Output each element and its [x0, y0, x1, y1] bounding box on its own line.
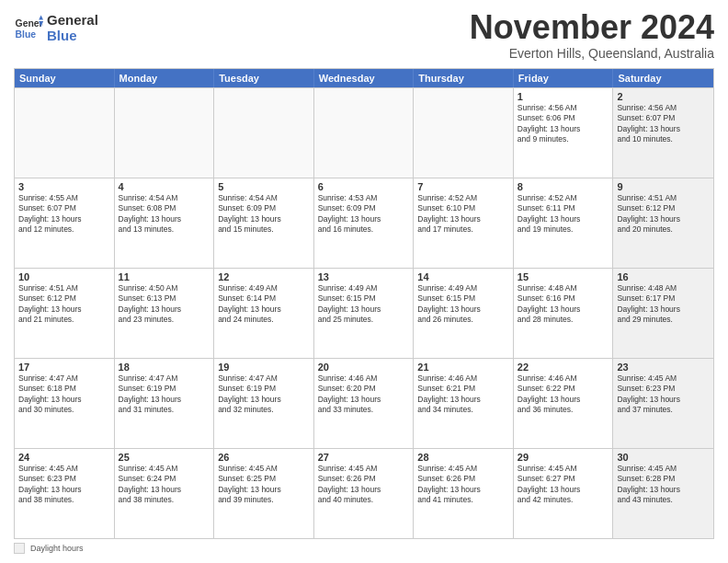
- cal-cell: 5Sunrise: 4:54 AM Sunset: 6:09 PM Daylig…: [214, 178, 314, 268]
- day-number: 26: [218, 452, 310, 463]
- cal-cell: [15, 88, 115, 178]
- svg-text:General: General: [16, 18, 43, 29]
- day-info: Sunrise: 4:52 AM Sunset: 6:10 PM Dayligh…: [417, 193, 509, 236]
- day-info: Sunrise: 4:45 AM Sunset: 6:24 PM Dayligh…: [119, 464, 210, 506]
- day-info: Sunrise: 4:51 AM Sunset: 6:12 PM Dayligh…: [18, 283, 110, 326]
- day-number: 17: [18, 362, 110, 373]
- day-number: 25: [119, 452, 210, 463]
- day-number: 18: [119, 362, 210, 373]
- day-info: Sunrise: 4:48 AM Sunset: 6:17 PM Dayligh…: [617, 283, 710, 326]
- day-number: 12: [218, 271, 310, 282]
- day-info: Sunrise: 4:47 AM Sunset: 6:18 PM Dayligh…: [18, 373, 110, 416]
- day-number: 27: [318, 452, 410, 463]
- day-info: Sunrise: 4:51 AM Sunset: 6:12 PM Dayligh…: [617, 193, 710, 236]
- day-number: 16: [617, 271, 710, 282]
- day-number: 1: [518, 91, 609, 102]
- cal-cell: 21Sunrise: 4:46 AM Sunset: 6:21 PM Dayli…: [414, 359, 514, 448]
- day-number: 7: [417, 181, 509, 192]
- header-cell-sunday: Sunday: [15, 69, 115, 87]
- day-number: 30: [617, 452, 710, 463]
- cal-cell: 12Sunrise: 4:49 AM Sunset: 6:14 PM Dayli…: [214, 269, 314, 358]
- day-info: Sunrise: 4:47 AM Sunset: 6:19 PM Dayligh…: [218, 373, 310, 416]
- day-info: Sunrise: 4:49 AM Sunset: 6:15 PM Dayligh…: [318, 283, 410, 326]
- day-number: 21: [417, 362, 509, 373]
- day-info: Sunrise: 4:45 AM Sunset: 6:23 PM Dayligh…: [617, 373, 710, 416]
- cal-cell: 20Sunrise: 4:46 AM Sunset: 6:20 PM Dayli…: [314, 359, 415, 448]
- cal-cell: 6Sunrise: 4:53 AM Sunset: 6:09 PM Daylig…: [314, 178, 415, 268]
- subtitle: Everton Hills, Queensland, Australia: [470, 46, 714, 61]
- legend: Daylight hours: [14, 543, 714, 554]
- week-row-2: 3Sunrise: 4:55 AM Sunset: 6:07 PM Daylig…: [15, 178, 713, 268]
- day-number: 24: [18, 452, 110, 463]
- day-number: 11: [119, 271, 210, 282]
- day-number: 2: [617, 91, 710, 102]
- day-info: Sunrise: 4:49 AM Sunset: 6:14 PM Dayligh…: [218, 283, 310, 326]
- header-cell-monday: Monday: [115, 69, 215, 87]
- cal-cell: [115, 88, 215, 178]
- logo-line1: General: [47, 13, 98, 29]
- cal-cell: 7Sunrise: 4:52 AM Sunset: 6:10 PM Daylig…: [414, 178, 514, 268]
- day-info: Sunrise: 4:54 AM Sunset: 6:08 PM Dayligh…: [119, 193, 210, 236]
- day-number: 13: [318, 271, 410, 282]
- cal-cell: 29Sunrise: 4:45 AM Sunset: 6:27 PM Dayli…: [514, 449, 614, 538]
- svg-text:Blue: Blue: [16, 29, 37, 39]
- logo-line2: Blue: [47, 29, 98, 44]
- header-cell-tuesday: Tuesday: [214, 69, 314, 87]
- day-info: Sunrise: 4:45 AM Sunset: 6:26 PM Dayligh…: [318, 464, 410, 506]
- cal-cell: 18Sunrise: 4:47 AM Sunset: 6:19 PM Dayli…: [115, 359, 215, 448]
- day-number: 29: [518, 452, 609, 463]
- cal-cell: 30Sunrise: 4:45 AM Sunset: 6:28 PM Dayli…: [613, 449, 713, 538]
- svg-marker-2: [39, 15, 43, 19]
- week-row-5: 24Sunrise: 4:45 AM Sunset: 6:23 PM Dayli…: [15, 448, 713, 538]
- cal-cell: 10Sunrise: 4:51 AM Sunset: 6:12 PM Dayli…: [15, 269, 115, 358]
- cal-cell: 1Sunrise: 4:56 AM Sunset: 6:06 PM Daylig…: [514, 88, 614, 178]
- cal-cell: 9Sunrise: 4:51 AM Sunset: 6:12 PM Daylig…: [613, 178, 713, 268]
- cal-cell: [214, 88, 314, 178]
- day-number: 19: [218, 362, 310, 373]
- day-info: Sunrise: 4:45 AM Sunset: 6:25 PM Dayligh…: [218, 464, 310, 506]
- cal-cell: 8Sunrise: 4:52 AM Sunset: 6:11 PM Daylig…: [514, 178, 614, 268]
- calendar-body: 1Sunrise: 4:56 AM Sunset: 6:06 PM Daylig…: [15, 87, 713, 538]
- cal-cell: 25Sunrise: 4:45 AM Sunset: 6:24 PM Dayli…: [115, 449, 215, 538]
- day-number: 10: [18, 271, 110, 282]
- day-info: Sunrise: 4:46 AM Sunset: 6:22 PM Dayligh…: [518, 373, 609, 416]
- day-info: Sunrise: 4:45 AM Sunset: 6:26 PM Dayligh…: [417, 464, 509, 506]
- cal-cell: 24Sunrise: 4:45 AM Sunset: 6:23 PM Dayli…: [15, 449, 115, 538]
- calendar-header: SundayMondayTuesdayWednesdayThursdayFrid…: [15, 69, 713, 87]
- page: General Blue General Blue November 2024 …: [0, 0, 728, 563]
- day-number: 6: [318, 181, 410, 192]
- cal-cell: 11Sunrise: 4:50 AM Sunset: 6:13 PM Dayli…: [115, 269, 215, 358]
- day-info: Sunrise: 4:45 AM Sunset: 6:23 PM Dayligh…: [18, 464, 110, 506]
- day-number: 22: [518, 362, 609, 373]
- day-info: Sunrise: 4:52 AM Sunset: 6:11 PM Dayligh…: [518, 193, 609, 236]
- day-number: 3: [18, 181, 110, 192]
- day-number: 5: [218, 181, 310, 192]
- calendar: SundayMondayTuesdayWednesdayThursdayFrid…: [14, 68, 714, 539]
- logo: General Blue General Blue: [14, 13, 98, 43]
- day-info: Sunrise: 4:46 AM Sunset: 6:21 PM Dayligh…: [417, 373, 509, 416]
- day-info: Sunrise: 4:56 AM Sunset: 6:07 PM Dayligh…: [617, 103, 710, 145]
- day-info: Sunrise: 4:48 AM Sunset: 6:16 PM Dayligh…: [518, 283, 609, 326]
- day-info: Sunrise: 4:50 AM Sunset: 6:13 PM Dayligh…: [119, 283, 210, 326]
- day-info: Sunrise: 4:45 AM Sunset: 6:27 PM Dayligh…: [518, 464, 609, 506]
- cal-cell: 26Sunrise: 4:45 AM Sunset: 6:25 PM Dayli…: [214, 449, 314, 538]
- day-number: 9: [617, 181, 710, 192]
- day-info: Sunrise: 4:55 AM Sunset: 6:07 PM Dayligh…: [18, 193, 110, 236]
- cal-cell: 27Sunrise: 4:45 AM Sunset: 6:26 PM Dayli…: [314, 449, 415, 538]
- legend-box: [14, 543, 25, 554]
- header-cell-thursday: Thursday: [414, 69, 514, 87]
- cal-cell: 15Sunrise: 4:48 AM Sunset: 6:16 PM Dayli…: [514, 269, 614, 358]
- day-info: Sunrise: 4:49 AM Sunset: 6:15 PM Dayligh…: [417, 283, 509, 326]
- cal-cell: 14Sunrise: 4:49 AM Sunset: 6:15 PM Dayli…: [414, 269, 514, 358]
- week-row-1: 1Sunrise: 4:56 AM Sunset: 6:06 PM Daylig…: [15, 87, 713, 178]
- header: General Blue General Blue November 2024 …: [14, 9, 714, 61]
- day-info: Sunrise: 4:54 AM Sunset: 6:09 PM Dayligh…: [218, 193, 310, 236]
- day-number: 14: [417, 271, 509, 282]
- day-number: 8: [518, 181, 609, 192]
- cal-cell: 28Sunrise: 4:45 AM Sunset: 6:26 PM Dayli…: [414, 449, 514, 538]
- cal-cell: 16Sunrise: 4:48 AM Sunset: 6:17 PM Dayli…: [613, 269, 713, 358]
- header-cell-friday: Friday: [514, 69, 614, 87]
- day-info: Sunrise: 4:46 AM Sunset: 6:20 PM Dayligh…: [318, 373, 410, 416]
- cal-cell: 17Sunrise: 4:47 AM Sunset: 6:18 PM Dayli…: [15, 359, 115, 448]
- day-info: Sunrise: 4:53 AM Sunset: 6:09 PM Dayligh…: [318, 193, 410, 236]
